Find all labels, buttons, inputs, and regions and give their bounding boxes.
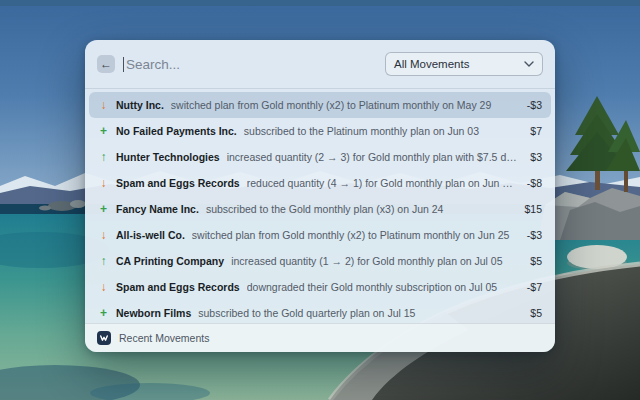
- arrow-down-icon: ↓: [98, 280, 109, 294]
- search-header: ← All Movements: [85, 40, 555, 89]
- movement-row[interactable]: ↓ Nutty Inc. switched plan from Gold mon…: [89, 92, 551, 118]
- movement-description: increased quantity (1 → 2) for Gold mont…: [231, 255, 517, 267]
- movement-amount: -$3: [527, 229, 542, 241]
- movement-amount: $15: [524, 203, 542, 215]
- movement-description: increased quantity (2 → 3) for Gold mont…: [227, 151, 518, 163]
- movement-row[interactable]: ↑ Hunter Technologies increased quantity…: [89, 144, 551, 170]
- plus-icon: +: [98, 124, 109, 138]
- company-name: Hunter Technologies: [116, 151, 220, 163]
- movement-amount: $5: [530, 307, 542, 319]
- plus-icon: +: [98, 306, 109, 320]
- movement-description: subscribed to the Gold monthly plan (x3)…: [206, 203, 512, 215]
- movement-filter-dropdown[interactable]: All Movements: [385, 52, 543, 76]
- arrow-up-icon: ↑: [98, 150, 109, 164]
- movements-list: ↓ Nutty Inc. switched plan from Gold mon…: [85, 89, 555, 323]
- dropdown-selected-value: All Movements: [394, 58, 469, 70]
- movement-row[interactable]: + Fancy Name Inc. subscribed to the Gold…: [89, 196, 551, 222]
- movement-amount: -$8: [527, 177, 542, 189]
- movement-amount: $3: [530, 151, 542, 163]
- arrow-down-icon: ↓: [98, 176, 109, 190]
- movement-amount: -$3: [527, 99, 542, 111]
- movement-description: subscribed to the Gold quarterly plan on…: [198, 307, 517, 319]
- window-footer: Recent Movements: [85, 323, 555, 352]
- company-name: CA Printing Company: [116, 255, 224, 267]
- movement-description: switched plan from Gold monthly (x2) to …: [171, 99, 514, 111]
- back-button[interactable]: ←: [97, 55, 115, 73]
- text-caret: [123, 57, 124, 72]
- movement-row[interactable]: ↓ Spam and Eggs Records downgraded their…: [89, 274, 551, 300]
- company-name: No Failed Payments Inc.: [116, 125, 237, 137]
- movement-description: switched plan from Gold monthly (x2) to …: [192, 229, 514, 241]
- plus-icon: +: [98, 202, 109, 216]
- movement-row[interactable]: + No Failed Payments Inc. subscribed to …: [89, 118, 551, 144]
- company-name: Fancy Name Inc.: [116, 203, 199, 215]
- movement-amount: -$7: [527, 281, 542, 293]
- movement-row[interactable]: ↓ All-is-well Co. switched plan from Gol…: [89, 222, 551, 248]
- company-name: Newborn Films: [116, 307, 191, 319]
- footer-title: Recent Movements: [119, 332, 209, 344]
- arrow-down-icon: ↓: [98, 228, 109, 242]
- movement-row[interactable]: ↑ CA Printing Company increased quantity…: [89, 248, 551, 274]
- movement-description: subscribed to the Platinum monthly plan …: [244, 125, 518, 137]
- movement-description: downgraded their Gold monthly subscripti…: [247, 281, 514, 293]
- chevron-down-icon: [524, 61, 534, 67]
- search-input[interactable]: [126, 57, 377, 72]
- arrow-down-icon: ↓: [98, 98, 109, 112]
- movement-amount: $7: [530, 125, 542, 137]
- recent-movements-window: ← All Movements ↓ Nutty Inc. switched pl…: [85, 40, 555, 352]
- movements-app-logo-icon: [97, 331, 111, 345]
- search-field-wrap: [123, 57, 377, 72]
- company-name: Spam and Eggs Records: [116, 281, 240, 293]
- movement-description: reduced quantity (4 → 1) for Gold monthl…: [247, 177, 514, 189]
- movement-row[interactable]: ↓ Spam and Eggs Records reduced quantity…: [89, 170, 551, 196]
- movement-amount: $5: [530, 255, 542, 267]
- company-name: Spam and Eggs Records: [116, 177, 240, 189]
- company-name: All-is-well Co.: [116, 229, 185, 241]
- arrow-up-icon: ↑: [98, 254, 109, 268]
- company-name: Nutty Inc.: [116, 99, 164, 111]
